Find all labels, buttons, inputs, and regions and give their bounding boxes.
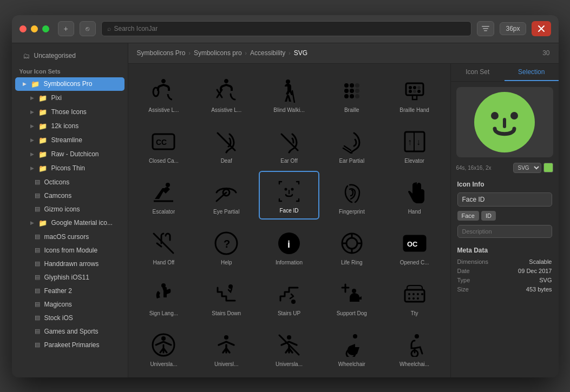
tab-selection[interactable]: Selection — [505, 64, 559, 81]
icon-cell-opened-c[interactable]: OC Opened C... — [384, 222, 445, 270]
svg-point-16 — [409, 86, 412, 89]
icon-cell-information[interactable]: i Information — [259, 222, 319, 270]
main-content: Symbolicons Pro › Symbolicons pro › Acce… — [128, 43, 559, 377]
tag-face[interactable]: Face — [457, 211, 479, 221]
icon-cell-closed-captions[interactable]: CC Closed Ca... — [134, 120, 194, 169]
icon-cell-wheelchair-2[interactable]: Wheelchai... — [384, 323, 445, 372]
sidebar-item-glyphish[interactable]: ▤ Glyphish iOS11 — [15, 271, 125, 284]
svg-point-18 — [417, 86, 421, 89]
icon-label: Braille Hand — [399, 107, 429, 114]
tag-id[interactable]: ID — [481, 211, 496, 221]
sidebar-item-handdrawn[interactable]: ▤ Handdrawn arrows — [15, 257, 125, 270]
folder-icon: 📁 — [31, 80, 40, 88]
sidebar-item-pixi[interactable]: ▶ 📁 Pixi — [15, 91, 125, 105]
sidebar-item-gizmo[interactable]: ▤ Gizmo icons — [15, 203, 125, 216]
icon-cell-ear-partial[interactable]: Ear Partial — [322, 120, 382, 169]
icon-cell-braille-hand[interactable]: Braille Hand — [384, 69, 445, 118]
blind-walking-icon — [276, 78, 302, 104]
icon-cell-support-dog[interactable]: Support Dog — [322, 273, 382, 321]
deaf-icon — [213, 129, 239, 155]
svg-point-60 — [417, 293, 419, 295]
sidebar-item-google[interactable]: ▶ 📁 Google Material ico... — [15, 216, 125, 230]
icon-label: Assistive L... — [211, 107, 241, 114]
icon-cell-universal-1[interactable]: Universla... — [134, 323, 194, 372]
icon-cell-sign-lang[interactable]: Sign Lang... — [134, 273, 194, 321]
information-icon: i — [276, 230, 302, 256]
svg-point-7 — [350, 83, 354, 88]
export-button[interactable]: ⎋ — [80, 21, 96, 36]
universal-3-icon — [276, 332, 302, 358]
sidebar-item-games[interactable]: ▤ Games and Sports — [15, 325, 125, 338]
close-button[interactable] — [19, 25, 27, 32]
svg-point-62 — [408, 297, 410, 300]
icon-cell-assistive-2[interactable]: Assistive L... — [196, 69, 257, 118]
svg-line-34 — [217, 192, 226, 201]
sidebar-item-symbolicons-pro[interactable]: ▶ 📁 Symbolicons Pro — [15, 77, 125, 91]
icon-cell-wheelchair[interactable]: Wheelchair — [322, 323, 382, 372]
icon-cell-blind[interactable]: Blind Walki... — [259, 69, 319, 118]
icon-cell-eye-partial[interactable]: Eye Partial — [196, 171, 257, 220]
breadcrumb-symbolicons-pro2[interactable]: Symbolicons pro — [194, 49, 242, 57]
icon-cell-deaf[interactable]: Deaf — [196, 120, 257, 169]
icon-cell-assistive-1[interactable]: Assistive L... — [134, 69, 194, 118]
filter-button[interactable] — [477, 21, 494, 36]
breadcrumb-sep-2: › — [245, 50, 247, 56]
search-input[interactable] — [114, 25, 466, 32]
breadcrumb-accessibility[interactable]: Accessibility — [250, 49, 285, 57]
add-button[interactable]: + — [58, 21, 74, 36]
meta-key-type: Type — [457, 277, 470, 283]
svg-point-68 — [287, 335, 291, 340]
icon-cell-face-id[interactable]: Face ID — [259, 171, 319, 220]
icon-cell-braille[interactable]: Braille — [322, 69, 382, 118]
sidebar-item-12k[interactable]: ▶ 📁 12k icons — [15, 119, 125, 133]
folder-icon: 📁 — [38, 94, 47, 102]
svg-point-53 — [291, 300, 296, 304]
icon-cell-hand-off[interactable]: Hand Off — [134, 222, 194, 270]
search-bar[interactable]: ⌕ — [101, 21, 472, 36]
color-swatch[interactable] — [543, 163, 553, 172]
sidebar-item-uncategorised[interactable]: 🗂 Uncategorised — [15, 49, 125, 63]
sidebar-item-stock-ios[interactable]: ▤ Stock iOS — [15, 311, 125, 324]
icon-cell-universal-2[interactable]: Universl... — [196, 323, 257, 372]
icon-cell-ear-off[interactable]: Ear Off — [259, 120, 319, 169]
sidebar-item-raw[interactable]: ▶ 📁 Raw - Dutchicon — [15, 148, 125, 161]
icon-cell-universal-3[interactable]: Universla... — [259, 323, 319, 372]
sidebar-item-those-icons[interactable]: ▶ 📁 Those Icons — [15, 105, 125, 119]
sidebar-item-icons-module[interactable]: ▤ Icons from Module — [15, 244, 125, 257]
icon-info-title: Icon Info — [457, 181, 552, 188]
icon-cell-fingerprint[interactable]: Fingerprint — [322, 171, 382, 220]
icon-cell-stairs-up[interactable]: Stairs UP — [259, 273, 319, 321]
sidebar-item-octicons[interactable]: ▤ Octicons — [15, 176, 125, 189]
breadcrumb-symbolicons-pro[interactable]: Symbolicons Pro — [137, 49, 186, 57]
icon-grid-container[interactable]: Assistive L... Assi — [128, 64, 450, 377]
sidebar-item-feather[interactable]: ▤ Feather 2 — [15, 284, 125, 297]
px-badge[interactable]: 36px — [500, 22, 526, 35]
icon-cell-stairs-down[interactable]: Stairs Down — [196, 273, 257, 321]
icon-cell-escalator[interactable]: Escalator — [134, 171, 194, 220]
description-input[interactable] — [457, 225, 552, 238]
icon-cell-hand[interactable]: Hand — [384, 171, 445, 220]
tab-icon-set[interactable]: Icon Set — [451, 64, 505, 81]
sidebar-item-macos[interactable]: ▤ macOS cursors — [15, 230, 125, 243]
red-action-button[interactable] — [532, 21, 551, 36]
svg-rect-1 — [483, 28, 488, 29]
icon-cell-help[interactable]: ? Help — [196, 222, 257, 270]
fullscreen-button[interactable] — [42, 25, 49, 32]
icon-cell-tty[interactable]: Tty — [384, 273, 445, 321]
svg-point-6 — [344, 83, 349, 88]
icon-name-input[interactable] — [457, 192, 552, 207]
icon-cell-life-ring[interactable]: Life Ring — [322, 222, 382, 270]
sidebar-item-magicons[interactable]: ▤ Magicons — [15, 298, 125, 311]
minimize-button[interactable] — [31, 25, 38, 32]
format-select[interactable]: SVG PNG — [513, 163, 541, 173]
breadcrumb-svg[interactable]: SVG — [294, 49, 307, 57]
sidebar-item-camcons[interactable]: ▤ Camcons — [15, 189, 125, 202]
breadcrumb-bar: Symbolicons Pro › Symbolicons pro › Acce… — [128, 43, 559, 64]
sidebar-item-parakeet[interactable]: ▤ Parakeet Primaries — [15, 338, 125, 351]
sidebar-item-picons[interactable]: ▶ 📁 Picons Thin — [15, 162, 125, 175]
svg-point-51 — [161, 283, 166, 288]
hand-off-icon — [150, 230, 176, 256]
icon-preview — [456, 87, 553, 157]
sidebar-item-streamline[interactable]: ▶ 📁 Streamline — [15, 134, 125, 147]
icon-cell-elevator[interactable]: ↑ ↓ Elevator — [384, 120, 445, 169]
